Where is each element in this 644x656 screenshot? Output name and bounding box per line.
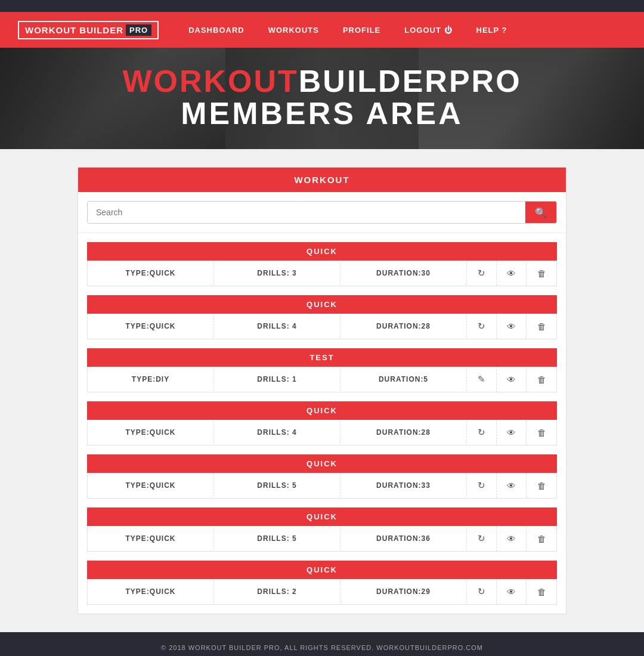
drills-field-2: DRILLS: 1 (214, 368, 340, 391)
footer-copyright: © 2018 WORKOUT BUILDER PRO, ALL RIGHTS R… (12, 644, 632, 651)
trash-icon-4[interactable]: 🗑 (527, 474, 556, 498)
refresh-icon-6[interactable]: ↻ (467, 579, 497, 604)
duration-field-1: DURATION:28 (340, 315, 467, 338)
hero-title-red: WORKOUT (122, 64, 298, 98)
workout-panel-header: WORKOUT (78, 168, 566, 192)
refresh-icon-5[interactable]: ↻ (467, 526, 497, 551)
search-input[interactable] (88, 202, 525, 223)
workout-section-1: QUICKTYPE:QUICKDRILLS: 4DURATION:28↻👁🗑 (87, 295, 557, 339)
type-field-3: TYPE:QUICK (88, 421, 214, 444)
eye-icon-2[interactable]: 👁 (497, 367, 527, 392)
eye-icon-6[interactable]: 👁 (497, 580, 527, 604)
workout-section-0: QUICKTYPE:QUICKDRILLS: 3DURATION:30↻👁🗑 (87, 242, 557, 286)
workout-section-4: QUICKTYPE:QUICKDRILLS: 5DURATION:33↻👁🗑 (87, 454, 557, 499)
navbar: WORKOUT BUILDER PRO DASHBOARD WORKOUTS P… (0, 12, 644, 48)
workout-row-6: TYPE:QUICKDRILLS: 2DURATION:29↻👁🗑 (87, 579, 557, 605)
nav-logout[interactable]: LOGOUT ⏻ (404, 26, 452, 35)
hero-title-line1: WORKOUTBUILDERPRO (122, 66, 521, 97)
drills-field-6: DRILLS: 2 (214, 580, 340, 603)
section-header-1: QUICK (87, 295, 557, 314)
type-field-2: TYPE:DIY (88, 368, 214, 391)
section-header-6: QUICK (87, 561, 557, 579)
section-header-0: QUICK (87, 242, 557, 261)
drills-field-1: DRILLS: 4 (214, 315, 340, 338)
nav-links: DASHBOARD WORKOUTS PROFILE LOGOUT ⏻ HELP… (188, 26, 507, 35)
duration-field-3: DURATION:28 (340, 421, 467, 444)
duration-field-5: DURATION:36 (340, 527, 467, 550)
trash-icon-5[interactable]: 🗑 (527, 527, 556, 551)
type-field-6: TYPE:QUICK (88, 580, 214, 603)
trash-icon-2[interactable]: 🗑 (527, 367, 556, 392)
logo[interactable]: WORKOUT BUILDER PRO (18, 21, 159, 39)
hero-subtitle: MEMBERS AREA (122, 97, 521, 131)
eye-icon-0[interactable]: 👁 (497, 261, 527, 286)
workout-section-2: TESTTYPE:DIYDRILLS: 1DURATION:5✎👁🗑 (87, 348, 557, 392)
refresh-icon-0[interactable]: ↻ (467, 261, 497, 286)
section-header-5: QUICK (87, 508, 557, 526)
nav-workouts[interactable]: WORKOUTS (268, 26, 319, 35)
type-field-0: TYPE:QUICK (88, 262, 214, 284)
trash-icon-3[interactable]: 🗑 (527, 420, 556, 445)
search-button[interactable]: 🔍 (525, 202, 556, 223)
refresh-icon-1[interactable]: ↻ (467, 314, 497, 339)
trash-icon-0[interactable]: 🗑 (527, 261, 556, 286)
nav-help[interactable]: HELP ? (476, 26, 507, 35)
type-field-5: TYPE:QUICK (88, 527, 214, 550)
workout-section-6: QUICKTYPE:QUICKDRILLS: 2DURATION:29↻👁🗑 (87, 561, 557, 605)
trash-icon-1[interactable]: 🗑 (527, 314, 556, 339)
duration-field-0: DURATION:30 (340, 262, 467, 284)
pencil-icon-2[interactable]: ✎ (467, 367, 497, 392)
section-header-4: QUICK (87, 454, 557, 473)
eye-icon-4[interactable]: 👁 (497, 474, 527, 498)
type-field-4: TYPE:QUICK (88, 474, 214, 497)
workout-section-5: QUICKTYPE:QUICKDRILLS: 5DURATION:36↻👁🗑 (87, 508, 557, 552)
drills-field-3: DRILLS: 4 (214, 421, 340, 444)
logo-text: WORKOUT BUILDER (25, 25, 123, 35)
main-content: WORKOUT 🔍 QUICKTYPE:QUICKDRILLS: 3DURATI… (0, 149, 644, 632)
workout-row-1: TYPE:QUICKDRILLS: 4DURATION:28↻👁🗑 (87, 314, 557, 339)
workout-row-5: TYPE:QUICKDRILLS: 5DURATION:36↻👁🗑 (87, 526, 557, 552)
hero-text: WORKOUTBUILDERPRO MEMBERS AREA (122, 66, 521, 131)
workout-list: QUICKTYPE:QUICKDRILLS: 3DURATION:30↻👁🗑QU… (78, 242, 566, 614)
refresh-icon-3[interactable]: ↻ (467, 420, 497, 445)
workout-container: WORKOUT 🔍 QUICKTYPE:QUICKDRILLS: 3DURATI… (78, 167, 566, 614)
section-header-2: TEST (87, 348, 557, 367)
duration-field-2: DURATION:5 (340, 368, 467, 391)
eye-icon-1[interactable]: 👁 (497, 314, 527, 339)
refresh-icon-4[interactable]: ↻ (467, 473, 497, 498)
duration-field-4: DURATION:33 (340, 474, 467, 497)
hero-section: WORKOUTBUILDERPRO MEMBERS AREA (0, 48, 644, 149)
eye-icon-5[interactable]: 👁 (497, 527, 527, 551)
section-header-3: QUICK (87, 401, 557, 420)
hero-title-white: BUILDERPRO (299, 64, 522, 98)
drills-field-0: DRILLS: 3 (214, 262, 340, 284)
eye-icon-3[interactable]: 👁 (497, 420, 527, 445)
drills-field-5: DRILLS: 5 (214, 527, 340, 550)
workout-row-2: TYPE:DIYDRILLS: 1DURATION:5✎👁🗑 (87, 367, 557, 392)
footer: © 2018 WORKOUT BUILDER PRO, ALL RIGHTS R… (0, 632, 644, 656)
trash-icon-6[interactable]: 🗑 (527, 580, 556, 604)
workout-row-3: TYPE:QUICKDRILLS: 4DURATION:28↻👁🗑 (87, 420, 557, 445)
top-bar (0, 0, 644, 12)
logo-pro: PRO (126, 24, 151, 36)
workout-row-0: TYPE:QUICKDRILLS: 3DURATION:30↻👁🗑 (87, 261, 557, 286)
nav-profile[interactable]: PROFILE (343, 26, 380, 35)
workout-section-3: QUICKTYPE:QUICKDRILLS: 4DURATION:28↻👁🗑 (87, 401, 557, 445)
drills-field-4: DRILLS: 5 (214, 474, 340, 497)
search-wrap: 🔍 (87, 201, 557, 224)
duration-field-6: DURATION:29 (340, 580, 467, 603)
type-field-1: TYPE:QUICK (88, 315, 214, 338)
workout-row-4: TYPE:QUICKDRILLS: 5DURATION:33↻👁🗑 (87, 473, 557, 499)
nav-dashboard[interactable]: DASHBOARD (188, 26, 244, 35)
search-bar: 🔍 (78, 192, 566, 233)
